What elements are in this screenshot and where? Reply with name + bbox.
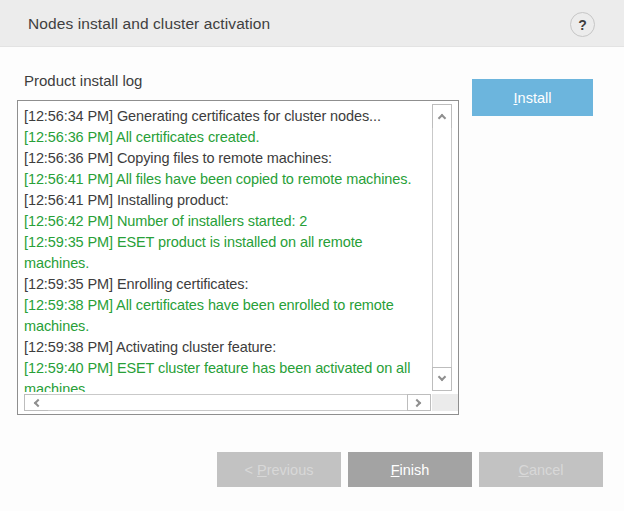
scroll-down-button[interactable] (432, 367, 452, 391)
log-line: [12:59:40 PM] ESET cluster feature has b… (24, 358, 426, 392)
scroll-right-button[interactable] (407, 394, 431, 411)
log-line: [12:59:35 PM] Enrolling certificates: (24, 274, 426, 295)
product-install-log[interactable]: [12:56:34 PM] Generating certificates fo… (17, 100, 459, 415)
scroll-up-button[interactable] (432, 104, 452, 128)
chevron-up-icon (438, 114, 446, 122)
horizontal-scroll-track[interactable] (47, 395, 408, 410)
horizontal-scrollbar[interactable] (24, 394, 431, 411)
chevron-down-icon (438, 373, 446, 381)
log-line: [12:56:36 PM] Copying files to remote ma… (24, 148, 426, 169)
chevron-left-icon (34, 398, 42, 406)
page-title: Nodes install and cluster activation (28, 0, 270, 47)
log-line: [12:59:35 PM] ESET product is installed … (24, 232, 426, 274)
product-install-log-label: Product install log (24, 72, 142, 89)
footer-button-row: < Previous Finish Cancel (217, 452, 603, 487)
finish-button-label: Finish (391, 462, 430, 478)
log-line: [12:56:42 PM] Number of installers start… (24, 211, 426, 232)
previous-button-label: < Previous (245, 462, 314, 478)
cancel-button[interactable]: Cancel (479, 452, 603, 487)
scrollbar-corner (432, 394, 458, 411)
log-line: [12:56:41 PM] Installing product: (24, 190, 426, 211)
help-button[interactable]: ? (570, 12, 595, 37)
log-content: [12:56:34 PM] Generating certificates fo… (18, 101, 426, 392)
chevron-right-icon (413, 398, 421, 406)
log-line: [12:59:38 PM] All certificates have been… (24, 295, 426, 337)
previous-button[interactable]: < Previous (217, 452, 341, 487)
title-bar: Nodes install and cluster activation ? (0, 0, 624, 47)
install-button[interactable]: Install (472, 79, 593, 116)
vertical-scrollbar[interactable] (432, 104, 452, 391)
log-line: [12:56:41 PM] All files have been copied… (24, 169, 426, 190)
log-line: [12:59:38 PM] Activating cluster feature… (24, 337, 426, 358)
scroll-left-button[interactable] (24, 394, 48, 411)
log-line: [12:56:36 PM] All certificates created. (24, 127, 426, 148)
vertical-scroll-track[interactable] (433, 127, 451, 368)
question-mark-icon: ? (578, 17, 587, 33)
install-button-label: Install (514, 90, 552, 106)
log-line: [12:56:34 PM] Generating certificates fo… (24, 106, 426, 127)
cancel-button-label: Cancel (518, 462, 563, 478)
finish-button[interactable]: Finish (348, 452, 472, 487)
